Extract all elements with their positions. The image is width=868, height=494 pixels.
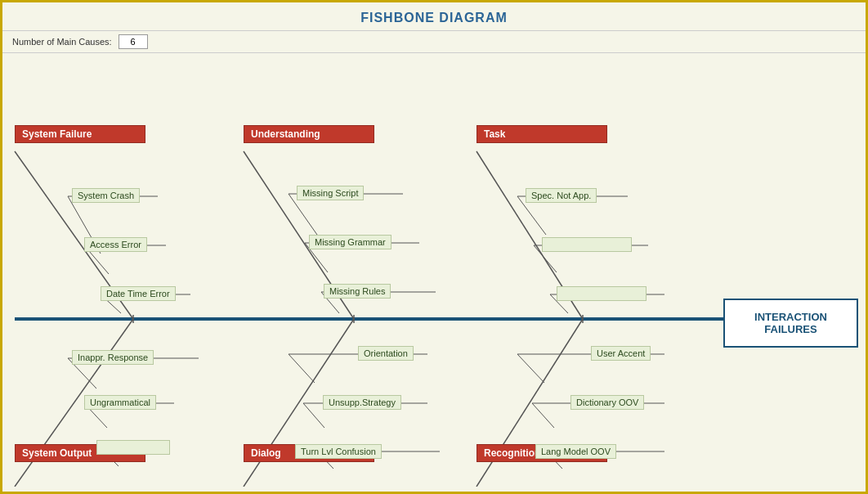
cause-missing-script: Missing Script <box>297 186 364 200</box>
svg-line-30 <box>289 354 315 383</box>
cat-sys-failure: System Failure <box>15 125 145 143</box>
interaction-failures-box: INTERACTION FAILURES <box>723 299 858 348</box>
cause-datetime-error: Date Time Error <box>101 286 176 301</box>
diagram-area: System Failure Understanding Task System… <box>2 53 866 487</box>
cause-unsupp-strategy: Unsupp.Strategy <box>323 395 401 410</box>
cat-task: Task <box>477 125 607 143</box>
cause-ungrammatical: Ungrammatical <box>84 395 156 410</box>
cause-access-error: Access Error <box>84 237 147 252</box>
controls-row: Number of Main Causes: <box>2 30 866 53</box>
cause-inappr-response: Inappr. Response <box>72 350 154 365</box>
svg-line-39 <box>532 403 554 428</box>
cause-system-crash: System Crash <box>72 188 140 203</box>
cause-blank-tr2 <box>542 237 632 252</box>
page-title: FISHBONE DIAGRAM <box>2 2 866 30</box>
cat-understanding: Understanding <box>244 125 374 143</box>
cause-missing-rules: Missing Rules <box>324 284 391 299</box>
svg-line-37 <box>517 354 544 383</box>
causes-label: Number of Main Causes: <box>12 37 112 47</box>
cause-blank-bl3 <box>96 440 170 455</box>
cause-blank-tr3 <box>557 286 647 301</box>
cause-dictionary-oov: Dictionary OOV <box>570 395 644 410</box>
fishbone-svg <box>2 53 866 487</box>
cause-missing-grammar: Missing Grammar <box>309 235 391 249</box>
cause-lang-model-oov: Lang Model OOV <box>535 444 616 459</box>
cause-turn-lvl-confusion: Turn Lvl Confusion <box>295 444 382 459</box>
causes-input[interactable] <box>119 34 148 49</box>
cause-spec-not-app: Spec. Not App. <box>526 188 597 203</box>
svg-line-32 <box>303 403 324 428</box>
cause-orientation: Orientation <box>358 346 414 361</box>
cause-user-accent: User Accent <box>591 346 651 361</box>
